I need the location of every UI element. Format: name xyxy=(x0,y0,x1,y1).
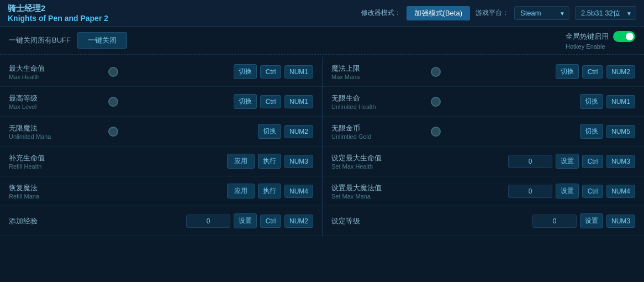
feature-toggle[interactable] xyxy=(431,127,441,137)
left-column: 最大生命值Max Health切换CtrlNUM1最高等级Max Level切换… xyxy=(0,57,322,236)
feature-cn-label: 无限魔法 xyxy=(9,123,108,133)
version-select-wrapper: 2.5b31 32位 2.5b31 64位 ▼ xyxy=(575,6,636,20)
feature-info: 最高等级Max Level xyxy=(9,93,108,110)
feature-controls: 应用执行NUM3 xyxy=(108,154,313,169)
key-tag: NUM3 xyxy=(606,215,635,228)
mode-button[interactable]: 加强模式(Beta) xyxy=(407,6,470,20)
set-button[interactable]: 设置 xyxy=(234,213,257,228)
close-all-button[interactable]: 一键关闭 xyxy=(77,32,127,49)
key-tag: NUM2 xyxy=(284,215,313,228)
feature-controls: 切换CtrlNUM1 xyxy=(108,94,313,109)
feature-row: 恢复魔法Refill Mana应用执行NUM4 xyxy=(0,176,322,206)
feature-controls: 设置NUM3 xyxy=(431,213,635,228)
feature-info: 最大生命值Max Health xyxy=(9,64,108,80)
game-title-cn: 骑士经理2 xyxy=(8,3,108,14)
feature-cn-label: 无限生命 xyxy=(331,93,431,103)
platform-select[interactable]: Steam Epic GOG xyxy=(514,6,569,20)
key-tag: Ctrl xyxy=(582,65,603,79)
feature-cn-label: 补充生命值 xyxy=(9,153,108,163)
feature-row: 补充生命值Refill Health应用执行NUM3 xyxy=(0,147,322,176)
switch-button[interactable]: 切换 xyxy=(234,94,257,109)
feature-en-label: Unlimited Health xyxy=(331,103,431,110)
feature-info: 添加经验 xyxy=(9,216,108,226)
feature-toggle[interactable] xyxy=(431,97,441,107)
feature-cn-label: 设置最大魔法值 xyxy=(331,183,431,193)
feature-en-label: Set Max Health xyxy=(331,163,431,170)
content-grid: 最大生命值Max Health切换CtrlNUM1最高等级Max Level切换… xyxy=(0,55,644,238)
feature-toggle[interactable] xyxy=(108,67,118,77)
header: 骑士经理2 Knights of Pen and Paper 2 修改器模式： … xyxy=(0,0,644,27)
top-bar: 一键关闭所有BUFF 一键关闭 全局热键启用 Hotkey Enable xyxy=(0,27,644,55)
execute-button[interactable]: 执行 xyxy=(258,184,281,199)
feature-info: 设定等级 xyxy=(331,216,431,226)
key-tag: Ctrl xyxy=(260,215,281,228)
key-tag: NUM2 xyxy=(606,65,635,79)
set-button[interactable]: 设置 xyxy=(556,184,579,199)
key-tag: Ctrl xyxy=(582,155,603,168)
key-tag: NUM1 xyxy=(606,95,635,108)
apply-button[interactable]: 应用 xyxy=(227,154,255,169)
feature-en-label: Max Level xyxy=(9,103,108,110)
version-select[interactable]: 2.5b31 32位 2.5b31 64位 xyxy=(575,6,636,20)
feature-en-label: Set Max Mana xyxy=(331,193,431,200)
apply-button[interactable]: 应用 xyxy=(227,184,255,199)
switch-button[interactable]: 切换 xyxy=(580,94,603,109)
feature-en-label: Max Health xyxy=(9,74,108,80)
feature-toggle[interactable] xyxy=(108,127,118,137)
feature-toggle[interactable] xyxy=(431,67,441,77)
key-tag: NUM1 xyxy=(284,65,313,79)
mode-label: 修改器模式： xyxy=(361,8,401,18)
switch-button[interactable]: 切换 xyxy=(556,64,579,79)
feature-info: 无限魔法Unlimited Mana xyxy=(9,123,108,140)
feature-row: 魔法上限Max Mana切换CtrlNUM2 xyxy=(323,57,644,87)
execute-button[interactable]: 执行 xyxy=(258,154,281,169)
value-input[interactable] xyxy=(532,215,577,228)
feature-row: 最高等级Max Level切换CtrlNUM1 xyxy=(0,87,322,117)
key-tag: NUM3 xyxy=(284,155,313,168)
hotkey-cn-label: 全局热键启用 xyxy=(566,32,609,41)
feature-cn-label: 恢复魔法 xyxy=(9,183,108,193)
feature-info: 魔法上限Max Mana xyxy=(331,64,431,80)
key-tag: Ctrl xyxy=(582,185,603,198)
feature-row: 无限金币Unlimtied Gold切换NUM5 xyxy=(323,117,644,147)
feature-cn-label: 魔法上限 xyxy=(331,64,431,74)
game-title-en: Knights of Pen and Paper 2 xyxy=(8,14,108,23)
feature-en-label: Refill Mana xyxy=(9,193,108,200)
feature-info: 设定最大生命值Set Max Health xyxy=(331,153,431,170)
feature-info: 补充生命值Refill Health xyxy=(9,153,108,170)
feature-row: 最大生命值Max Health切换CtrlNUM1 xyxy=(0,57,322,87)
feature-cn-label: 最高等级 xyxy=(9,93,108,103)
set-button[interactable]: 设置 xyxy=(580,213,603,228)
feature-controls: 设置CtrlNUM4 xyxy=(431,184,635,199)
value-input[interactable] xyxy=(508,155,552,168)
key-tag: NUM3 xyxy=(606,155,635,168)
feature-en-label: Unlimtied Gold xyxy=(331,133,431,140)
hotkey-toggle[interactable] xyxy=(613,31,635,42)
feature-cn-label: 设定等级 xyxy=(331,216,431,226)
key-tag: Ctrl xyxy=(260,65,281,79)
value-input[interactable] xyxy=(186,215,230,228)
switch-button[interactable]: 切换 xyxy=(580,124,603,139)
feature-row: 设定最大生命值Set Max Health设置CtrlNUM3 xyxy=(323,147,644,176)
feature-row: 设置最大魔法值Set Max Mana设置CtrlNUM4 xyxy=(323,176,644,206)
value-input[interactable] xyxy=(508,185,552,198)
key-tag: NUM5 xyxy=(606,125,635,138)
feature-info: 无限生命Unlimited Health xyxy=(331,93,431,110)
key-tag: NUM1 xyxy=(284,95,313,108)
feature-row: 无限魔法Unlimited Mana切换NUM2 xyxy=(0,117,322,147)
switch-button[interactable]: 切换 xyxy=(258,124,281,139)
feature-controls: 设置CtrlNUM2 xyxy=(108,213,313,228)
key-tag: NUM2 xyxy=(284,125,313,138)
key-tag: NUM4 xyxy=(606,185,635,198)
feature-toggle[interactable] xyxy=(108,97,118,107)
feature-row: 无限生命Unlimited Health切换NUM1 xyxy=(323,87,644,117)
feature-cn-label: 最大生命值 xyxy=(9,64,108,74)
set-button[interactable]: 设置 xyxy=(556,154,579,169)
right-column: 魔法上限Max Mana切换CtrlNUM2无限生命Unlimited Heal… xyxy=(322,57,644,236)
platform-select-wrapper: Steam Epic GOG ▼ xyxy=(514,6,569,20)
feature-cn-label: 无限金币 xyxy=(331,123,431,133)
header-right: 修改器模式： 加强模式(Beta) 游戏平台： Steam Epic GOG ▼… xyxy=(361,6,636,20)
header-left: 骑士经理2 Knights of Pen and Paper 2 xyxy=(8,3,108,23)
switch-button[interactable]: 切换 xyxy=(234,64,257,79)
one-key-section: 一键关闭所有BUFF 一键关闭 xyxy=(9,32,127,49)
